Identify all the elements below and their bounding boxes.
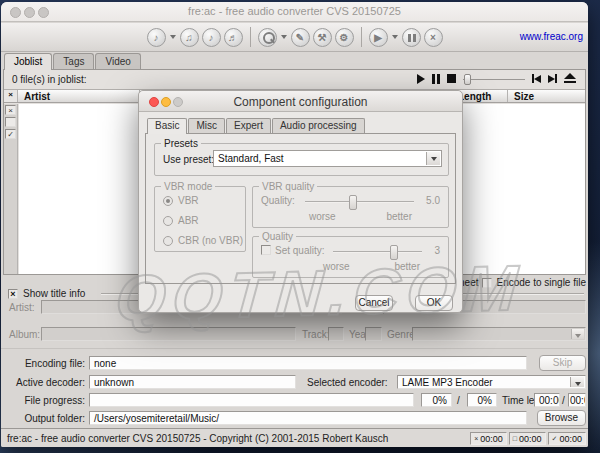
select-all-header-checkbox[interactable]: × — [4, 90, 18, 102]
stop-icon[interactable] — [447, 74, 456, 83]
time-separator: / — [562, 395, 565, 406]
select-none-button[interactable] — [5, 117, 16, 127]
start-encoding-icon[interactable]: ▶ — [369, 28, 388, 47]
toggle-selection-button[interactable]: ✓ — [5, 129, 16, 139]
quality-slider[interactable] — [333, 251, 422, 253]
slider-thumb[interactable] — [390, 245, 398, 260]
tab-video[interactable]: Video — [95, 53, 140, 69]
status-bar: fre:ac - free audio converter CVS 201507… — [1, 428, 588, 447]
genre-dropdown[interactable] — [412, 327, 586, 341]
cancel-button[interactable]: Cancel — [355, 295, 393, 311]
encode-single-file-checkbox[interactable] — [482, 278, 492, 288]
artist-label: Artist: — [9, 302, 35, 313]
radio-icon — [163, 216, 173, 226]
show-title-info-label: Show title info — [23, 288, 85, 299]
joblist-count-label: 0 file(s) in joblist: — [12, 74, 86, 85]
eject-icon[interactable] — [564, 73, 576, 84]
output-folder-field[interactable]: /Users/yosemiteretail/Music/ — [89, 411, 527, 425]
tab-misc[interactable]: Misc — [188, 118, 225, 133]
pause-encoding-icon[interactable] — [402, 28, 421, 47]
dialog-titlebar[interactable]: Component configuration — [139, 91, 462, 112]
year-field[interactable] — [365, 327, 382, 341]
radio-cbr[interactable]: CBR (no VBR) — [163, 235, 243, 246]
show-title-info-checkbox[interactable]: × — [8, 289, 18, 299]
album-field[interactable] — [41, 327, 296, 341]
add-audio-files-dropdown-icon[interactable] — [170, 35, 176, 39]
ok-button[interactable]: OK — [415, 295, 453, 311]
browse-button[interactable]: Browse — [537, 410, 586, 426]
skip-button[interactable]: Skip — [539, 355, 586, 371]
window-title: fre:ac - free audio converter CVS 201507… — [1, 5, 588, 17]
unselected-tracks-icon: □ — [513, 435, 517, 442]
cddb-query-icon[interactable] — [258, 28, 277, 47]
main-titlebar[interactable]: fre:ac - free audio converter CVS 201507… — [1, 2, 588, 22]
album-label: Album: — [9, 329, 40, 340]
add-audio-cd-icon[interactable]: ♫ — [180, 28, 199, 47]
time-left-total: 00:00 — [534, 393, 560, 407]
active-decoder-label: Active decoder: — [1, 377, 85, 388]
general-settings-icon[interactable]: ⚒ — [313, 28, 332, 47]
seek-slider[interactable] — [463, 74, 525, 84]
better-label: better — [394, 261, 420, 272]
tab-audio-processing[interactable]: Audio processing — [272, 118, 365, 133]
status-timers: ×00:00 □00:00 ✓00:00 — [470, 432, 586, 445]
basic-tab-panel: Presets Use preset: Standard, Fast VBR m… — [145, 133, 456, 284]
cddb-query-dropdown-icon[interactable] — [281, 35, 287, 39]
selected-encoder-dropdown[interactable]: LAME MP3 Encoder — [397, 375, 586, 389]
encoder-settings-icon[interactable]: ⚙ — [335, 28, 354, 47]
all-tracks-icon: ✓ — [552, 435, 558, 442]
radio-abr[interactable]: ABR — [163, 215, 199, 226]
dialog-tab-bar: Basic Misc Expert Audio processing — [147, 118, 365, 134]
active-decoder-field: unknown — [89, 375, 296, 389]
quality-value: 3 — [434, 245, 440, 256]
pause-icon[interactable] — [432, 74, 440, 84]
stop-encoding-icon[interactable]: × — [424, 28, 443, 47]
toolbar-separator — [361, 27, 362, 47]
tab-tags[interactable]: Tags — [53, 53, 94, 69]
remove-files-icon[interactable]: ♬ — [224, 28, 243, 47]
previous-track-icon[interactable] — [532, 74, 541, 83]
select-all-button[interactable]: × — [5, 105, 16, 115]
chevron-down-icon[interactable] — [570, 377, 584, 387]
chevron-down-icon[interactable] — [571, 329, 584, 339]
toolbar-separator — [250, 27, 251, 47]
tab-basic[interactable]: Basic — [147, 118, 187, 134]
use-preset-label: Use preset: — [163, 154, 214, 165]
show-title-info-row: × Show title info — [8, 288, 85, 299]
tab-joblist[interactable]: Joblist — [4, 53, 52, 70]
encode-single-file-label: Encode to single file — [496, 277, 586, 288]
column-size[interactable]: Size — [508, 90, 585, 102]
quality-legend: Quality — [259, 231, 296, 242]
slider-thumb[interactable] — [349, 195, 357, 210]
radio-icon — [163, 196, 173, 206]
set-quality-checkbox[interactable] — [261, 245, 271, 255]
file-progress-label: File progress: — [1, 395, 85, 406]
add-audio-files-icon[interactable]: ♪ — [147, 28, 166, 47]
next-track-icon[interactable] — [548, 74, 557, 83]
radio-vbr[interactable]: VBR — [163, 195, 199, 206]
play-icon[interactable] — [417, 74, 425, 84]
selection-button-strip: × ✓ — [4, 104, 18, 274]
set-quality-label: Set quality: — [275, 245, 324, 256]
worse-label: worse — [309, 211, 336, 222]
tab-expert[interactable]: Expert — [226, 118, 271, 133]
file-progress-bar — [89, 393, 414, 407]
vbr-quality-slider[interactable] — [305, 201, 414, 203]
start-encoding-dropdown-icon[interactable] — [392, 35, 398, 39]
encoding-section: Encoding file: none Skip Active decoder:… — [1, 348, 588, 429]
freac-home-link[interactable]: www.freac.org — [520, 31, 583, 42]
music-track-icon[interactable]: ♪ — [202, 28, 221, 47]
main-toolbar: ♪ ♫ ♪ ♬ ✎ ⚒ ⚙ ▶ × www.freac.org — [1, 23, 588, 52]
time-left-file: 00:00 — [568, 393, 586, 407]
playback-controls — [417, 73, 576, 84]
vbr-quality-legend: VBR quality — [259, 181, 317, 192]
track-field[interactable] — [328, 327, 344, 341]
radio-icon — [163, 236, 173, 246]
column-artist[interactable]: Artist — [18, 90, 140, 102]
timer-selected: ×00:00 — [470, 432, 507, 445]
cue-sheet-row: sheet Encode to single file — [454, 277, 586, 288]
chevron-down-icon[interactable] — [426, 152, 440, 165]
preset-dropdown[interactable]: Standard, Fast — [213, 150, 442, 167]
cddb-edit-icon[interactable]: ✎ — [291, 28, 310, 47]
total-progress-percent: 0% — [421, 393, 452, 407]
